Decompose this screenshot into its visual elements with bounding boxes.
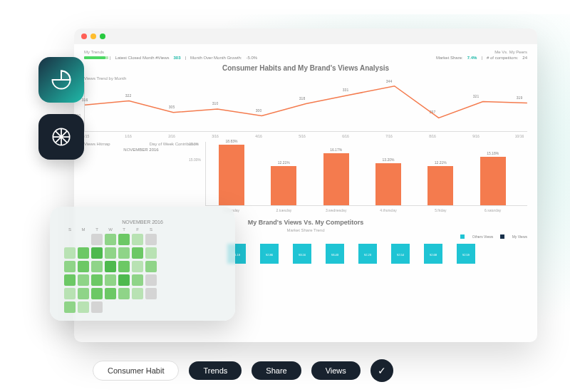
grid-icon[interactable]: [38, 114, 84, 160]
latest-views-value: 303: [174, 56, 181, 60]
divider: |: [110, 56, 111, 60]
mom-label: Month Over Month Growth:: [190, 56, 242, 60]
tab-pills: Consumer Habit Trends Share Views ✓: [93, 359, 393, 382]
heatmap-title: NOVEMBER 2016: [64, 220, 221, 225]
kpi-spark: [84, 56, 105, 59]
line-chart-title: Views Trend by Month: [84, 76, 527, 81]
pill-share[interactable]: Share: [252, 361, 301, 380]
page-title: Consumer Habits and My Brand's Views Ana…: [84, 64, 527, 72]
comp-label: # of competitors:: [487, 56, 518, 60]
check-icon[interactable]: ✓: [370, 359, 393, 382]
share-label: Market Share:: [436, 56, 463, 60]
legend-others: Others Views: [472, 234, 494, 239]
heatmap-grid: [64, 234, 221, 313]
pill-views[interactable]: Views: [311, 361, 361, 380]
pill-consumer-habit[interactable]: Consumer Habit: [93, 361, 179, 381]
pie-chart-icon[interactable]: [38, 57, 84, 103]
my-trends-label: My Trends: [84, 50, 257, 54]
pill-trends[interactable]: Trends: [189, 361, 242, 380]
divider: |: [481, 56, 482, 60]
maximize-icon[interactable]: [100, 33, 105, 39]
divider: |: [185, 56, 187, 60]
views-trend-chart: 35032530031612/153221/163052/163103/1630…: [84, 82, 527, 132]
comp-value: 24: [522, 56, 527, 60]
peers-label: Me Vs. My Peers: [436, 50, 527, 54]
day-contribution-chart: 20.0%15.00%18.83%1.monday12.21%2.tuesday…: [205, 142, 527, 206]
share-value: 7.4%: [467, 56, 477, 60]
hitmap-label: Views Hitmap: [84, 142, 110, 146]
heatmap-weekdays: SMTWTFS: [64, 227, 221, 232]
legend-my: My Views: [512, 234, 527, 239]
mom-value: -5.0%: [246, 56, 257, 60]
heatmap-month: NOVEMBER 2016: [84, 148, 198, 152]
heatmap-card: NOVEMBER 2016 SMTWTFS: [50, 207, 235, 321]
minimize-icon[interactable]: [90, 33, 96, 39]
close-icon[interactable]: [81, 33, 87, 39]
window-titlebar: [74, 29, 537, 44]
latest-views-label: Latest Closed Month #Views: [115, 56, 170, 60]
